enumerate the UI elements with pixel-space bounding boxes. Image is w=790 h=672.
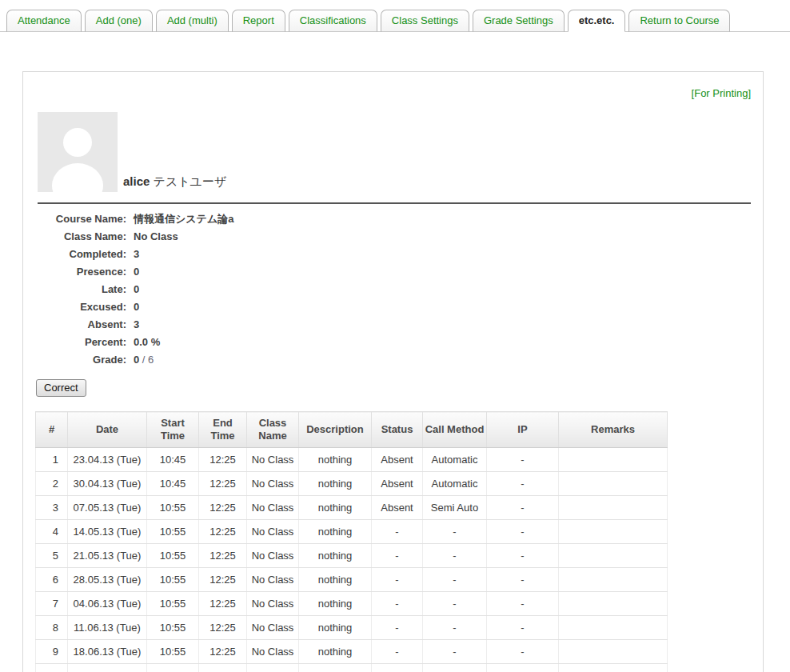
table-cell: Absent <box>372 448 423 472</box>
user-name: alice テストユーザ <box>123 174 226 192</box>
table-cell: - <box>372 544 423 568</box>
table-cell: 2 <box>36 472 68 496</box>
tab-attendance[interactable]: Attendance <box>6 10 82 32</box>
table-cell: Automatic <box>423 448 487 472</box>
table-cell: - <box>487 496 559 520</box>
table-cell: - <box>372 568 423 592</box>
table-cell <box>559 544 668 568</box>
summary-value-suffix: / 6 <box>139 351 154 369</box>
table-cell: 8 <box>36 616 68 640</box>
table-cell: Automatic <box>423 472 487 496</box>
table-cell: 14.05.13 (Tue) <box>68 520 147 544</box>
table-cell: 10:55 <box>147 496 199 520</box>
table-cell: No Class <box>247 520 299 544</box>
summary-value: 3 <box>134 246 139 263</box>
table-row: 521.05.13 (Tue)10:5512:25No Classnothing… <box>36 544 668 568</box>
tab-classifications[interactable]: Classifications <box>289 10 377 32</box>
summary-label: Grade: <box>37 351 126 369</box>
table-cell: Semi Auto <box>423 496 487 520</box>
table-cell: - <box>487 520 559 544</box>
table-row: 704.06.13 (Tue)10:5512:25No Classnothing… <box>36 592 668 616</box>
table-cell: nothing <box>299 496 372 520</box>
column-header-end-time: End Time <box>199 412 247 448</box>
column-header-description: Description <box>299 412 372 448</box>
summary-label: Presence: <box>37 263 126 281</box>
table-cell: nothing <box>299 592 372 616</box>
for-printing-link[interactable]: [For Printing] <box>692 87 751 99</box>
tab-report[interactable]: Report <box>232 10 285 32</box>
table-cell <box>299 664 372 672</box>
table-cell <box>372 664 423 672</box>
column-header-remarks: Remarks <box>559 412 668 448</box>
table-cell <box>559 616 668 640</box>
table-cell <box>559 520 668 544</box>
table-row: 811.06.13 (Tue)10:5512:25No Classnothing… <box>36 616 668 640</box>
table-cell: 12:25 <box>199 568 247 592</box>
table-cell: nothing <box>299 448 372 472</box>
table-cell: 7 <box>36 592 68 616</box>
user-row: alice テストユーザ <box>38 112 763 192</box>
table-cell: - <box>423 616 487 640</box>
table-cell: 12:25 <box>199 544 247 568</box>
correct-button[interactable]: Correct <box>36 379 86 397</box>
tab-grade-settings[interactable]: Grade Settings <box>473 10 565 32</box>
table-row: 307.05.13 (Tue)10:5512:25No Classnothing… <box>36 496 668 520</box>
table-cell: nothing <box>299 520 372 544</box>
summary-label: Class Name: <box>37 228 126 246</box>
table-row: 918.06.13 (Tue)10:5512:25No Classnothing… <box>36 640 668 664</box>
table-cell: Absent <box>372 472 423 496</box>
print-link-wrap: [For Printing] <box>23 72 763 100</box>
table-cell: 10:55 <box>147 592 199 616</box>
tab-class-settings[interactable]: Class Settings <box>381 10 469 32</box>
table-cell <box>559 592 668 616</box>
display-name: テストユーザ <box>154 174 227 188</box>
table-cell <box>36 664 68 672</box>
table-cell: 10:55 <box>147 568 199 592</box>
table-cell: nothing <box>299 472 372 496</box>
tab-etc-etc[interactable]: etc.etc. <box>568 10 626 32</box>
table-cell: 10:55 <box>147 544 199 568</box>
summary-row-presence: Presence:0 <box>37 263 763 281</box>
table-row: 123.04.13 (Tue)10:4512:25No Classnothing… <box>36 448 668 472</box>
table-cell: 04.06.13 (Tue) <box>68 592 147 616</box>
table-cell: 5 <box>36 544 68 568</box>
avatar <box>38 112 118 192</box>
summary-value: 情報通信システム論a <box>134 210 233 228</box>
table-cell <box>68 664 147 672</box>
table-cell <box>147 664 199 672</box>
summary-label: Completed: <box>37 246 126 263</box>
summary-value: 0.0 % <box>134 334 160 351</box>
table-cell <box>559 568 668 592</box>
summary-label: Absent: <box>37 316 126 334</box>
content-panel: [For Printing] alice テストユーザ Course Name:… <box>22 71 764 672</box>
summary-value: 3 <box>134 316 139 334</box>
table-cell: - <box>487 640 559 664</box>
table-cell <box>199 664 247 672</box>
table-cell: 10:55 <box>147 616 199 640</box>
tab-add-one[interactable]: Add (one) <box>85 10 153 32</box>
column-header-ip: IP <box>487 412 559 448</box>
table-cell: - <box>487 448 559 472</box>
table-cell: - <box>423 640 487 664</box>
table-cell <box>487 664 559 672</box>
table-cell: nothing <box>299 616 372 640</box>
table-cell: 12:25 <box>199 616 247 640</box>
table-cell: 6 <box>36 568 68 592</box>
table-cell <box>559 496 668 520</box>
summary-value: No Class <box>134 228 178 246</box>
person-icon <box>38 112 118 192</box>
tab-return-to-course[interactable]: Return to Course <box>628 10 730 32</box>
table-row-partial <box>36 664 668 672</box>
table-cell: 12:25 <box>199 448 247 472</box>
table-cell: - <box>487 592 559 616</box>
table-cell: - <box>372 640 423 664</box>
table-cell: 28.05.13 (Tue) <box>68 568 147 592</box>
table-cell: - <box>423 592 487 616</box>
tab-add-multi[interactable]: Add (multi) <box>156 10 229 32</box>
column-header-date: Date <box>68 412 147 448</box>
table-cell: 10:55 <box>147 640 199 664</box>
table-cell: 18.06.13 (Tue) <box>68 640 147 664</box>
table-cell: 4 <box>36 520 68 544</box>
summary-value: 0 <box>134 263 139 281</box>
summary-row-grade: Grade:0 / 6 <box>37 351 763 369</box>
